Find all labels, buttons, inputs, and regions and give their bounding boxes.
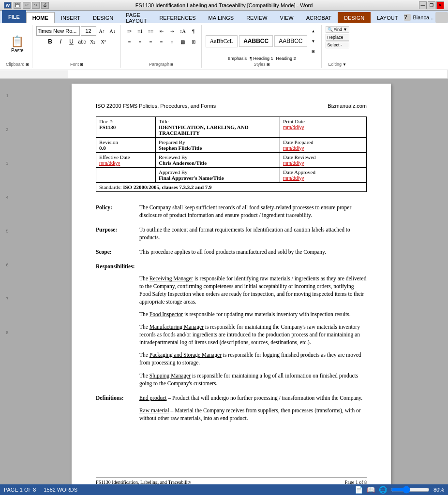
web-view-icon[interactable]: 🌐 [379, 486, 387, 494]
italic-button[interactable]: I [56, 37, 66, 46]
paragraph-expand-icon[interactable]: ⊞ [170, 62, 174, 67]
style-aabbccl[interactable]: AaBbCcL [206, 35, 238, 47]
tab-home[interactable]: HOME [26, 12, 55, 23]
font-shrink-button[interactable]: A↓ [108, 26, 118, 36]
tab-review[interactable]: REVIEW [240, 12, 273, 23]
subscript-button[interactable]: X₂ [88, 37, 98, 46]
clipboard-group: 📋 Paste Clipboard ⊞ [3, 25, 32, 68]
policy-label: Policy: [96, 204, 139, 219]
empty-cell [96, 168, 156, 183]
select-button[interactable]: Select - [326, 42, 349, 48]
show-hide-button[interactable]: ¶ [189, 26, 198, 36]
find-icon: 🔍 [328, 27, 333, 32]
layout-view-icon[interactable]: 📄 [355, 486, 363, 494]
tab-acrobat[interactable]: ACROBAT [300, 12, 338, 23]
tab-mailings[interactable]: MAILINGS [202, 12, 240, 23]
tab-references[interactable]: REFERENCES [153, 12, 202, 23]
justify-button[interactable]: ≡ [157, 37, 166, 46]
clipboard-expand-icon[interactable]: ⊞ [26, 62, 29, 67]
document-page[interactable]: ISO 22000 FSMS Policies, Procedures, and… [72, 84, 391, 495]
paste-button[interactable]: 📋 Paste [11, 26, 24, 62]
find-button[interactable]: 🔍 Find ▼ [326, 26, 349, 33]
editing-buttons: 🔍 Find ▼ Replace Select - [326, 26, 349, 48]
user-name[interactable]: Bianca... [413, 15, 433, 20]
tab-table-layout[interactable]: LAYOUT [371, 12, 404, 23]
restore-button[interactable]: ❐ [428, 1, 435, 9]
styles-expand-icon[interactable]: ⊞ [267, 62, 270, 67]
window-title: FS1130 Identification Labeling and Trace… [0, 2, 448, 8]
clipboard-label: Clipboard [6, 62, 25, 67]
tab-page-layout[interactable]: PAGE LAYOUT [119, 12, 153, 23]
strikethrough-button[interactable]: abc [77, 37, 87, 46]
definitions-content: End product – Product that will undergo … [139, 394, 367, 422]
tab-file[interactable]: FILE [2, 10, 26, 23]
save-icon[interactable]: 💾 [14, 2, 21, 9]
font-grow-button[interactable]: A↑ [97, 26, 107, 36]
align-right-button[interactable]: ≡ [146, 37, 156, 46]
minimize-button[interactable]: — [419, 1, 427, 9]
print-date-cell: Print Date mm/dd/yy [280, 117, 367, 138]
styles-preview-row: AaBbCcL AABBCC AABBCC ▲ ▼ ⊞ [206, 26, 318, 56]
undo-icon[interactable]: ↩ [23, 2, 30, 9]
resp-para-3: The Manufacturing Manager is responsible… [139, 323, 367, 346]
font-size-input[interactable] [81, 26, 96, 36]
title-bar-left: W 💾 ↩ ↪ 🖨 [4, 2, 49, 9]
date-approved-label: Date Approved [283, 169, 363, 175]
style-aabbcc3[interactable]: AABBCC [274, 35, 307, 47]
bold-button[interactable]: B [45, 37, 55, 46]
style-aabbcc2[interactable]: AABBCC [239, 35, 273, 47]
heading2-label[interactable]: Heading 2 [276, 56, 296, 61]
ruler-inner [68, 70, 448, 78]
bullets-button[interactable]: ≡• [125, 26, 134, 36]
tab-view[interactable]: VIEW [274, 12, 300, 23]
table-row-4: Approved By Final Approver's Name/Title … [96, 168, 367, 183]
help-icon[interactable]: ? [404, 14, 411, 21]
styles-scroll-down[interactable]: ▼ [309, 36, 318, 46]
ribbon-tab-area: TABLE TOOLS FILE HOME INSERT DESIGN PAGE… [0, 11, 448, 23]
styles-expand[interactable]: ⊞ [309, 46, 318, 56]
close-button[interactable]: ✕ [436, 1, 444, 9]
line-spacing-button[interactable]: ↕ [167, 37, 177, 46]
font-expand-icon[interactable]: ⊞ [80, 62, 83, 67]
paragraph-group-expand: Paragraph ⊞ [149, 62, 174, 67]
document-container: ISO 22000 FSMS Policies, Procedures, and… [15, 84, 448, 495]
font-name-input[interactable] [36, 26, 80, 36]
standards-value: ISO 22000:2005, clauses 7.3.3.2 and 7.9 [123, 184, 211, 190]
tab-design[interactable]: DESIGN [87, 12, 119, 23]
border-button[interactable]: ⊞ [189, 37, 198, 46]
scope-text: This procedure applies to all food produ… [139, 248, 367, 256]
definition-1: End product – Product that will undergo … [139, 394, 367, 402]
sort-button[interactable]: ↕A [178, 26, 188, 36]
redo-icon[interactable]: ↪ [32, 2, 40, 9]
styles-scroll-up[interactable]: ▲ [309, 26, 318, 36]
emphasis-label[interactable]: Emphasis [228, 56, 247, 61]
packaging-manager-link: Packaging and Storage Manager [149, 352, 222, 358]
select-label: Select - [328, 43, 343, 47]
tab-insert[interactable]: INSERT [55, 12, 87, 23]
print-icon[interactable]: 🖨 [41, 2, 49, 9]
zoom-slider[interactable] [391, 487, 430, 492]
date-prepared-cell: Date Prepared mm/dd/yy [280, 138, 367, 153]
align-left-button[interactable]: ≡ [125, 37, 134, 46]
decrease-indent-button[interactable]: ⇤ [157, 26, 166, 36]
multilevel-button[interactable]: ≡≡ [146, 26, 156, 36]
prepared-by-value: Stephen Flick/Title [159, 145, 277, 151]
purpose-text: To outline the content and format requir… [139, 226, 367, 241]
reviewed-by-label: Reviewed By [159, 154, 277, 160]
ribbon-toolbar: 📋 Paste Clipboard ⊞ A↑ A↓ B I U abc X₂ X… [0, 23, 448, 70]
table-row-1: Doc #: FS1130 Title IDENTIFICATION, LABE… [96, 117, 367, 138]
align-center-button[interactable]: ≡ [135, 37, 145, 46]
superscript-button[interactable]: X² [99, 37, 108, 46]
responsibilities-section: Responsibilities: The Receiving Manager … [96, 262, 367, 387]
shading-button[interactable]: ▩ [178, 37, 188, 46]
replace-button[interactable]: Replace [326, 34, 349, 41]
editing-expand-icon[interactable]: ▼ [343, 62, 346, 67]
heading1-label[interactable]: ¶ Heading 1 [250, 56, 273, 61]
underline-button[interactable]: U [67, 37, 76, 46]
find-label: Find [334, 27, 343, 32]
tab-table-design[interactable]: DESIGN [338, 12, 371, 23]
date-approved-value: mm/dd/yy [283, 175, 363, 181]
read-view-icon[interactable]: 📖 [367, 486, 375, 494]
numbering-button[interactable]: ≡1 [135, 26, 145, 36]
increase-indent-button[interactable]: ⇥ [167, 26, 177, 36]
